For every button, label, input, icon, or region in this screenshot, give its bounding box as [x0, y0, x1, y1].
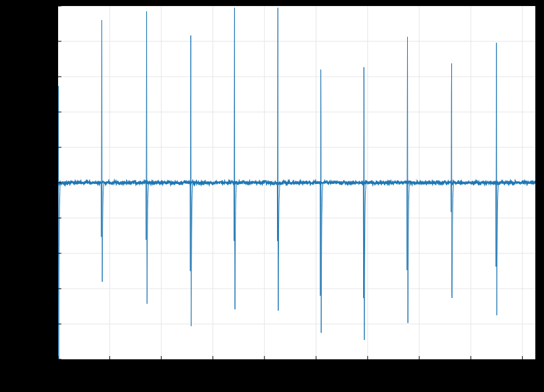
y-tick-label: -0.8 — [32, 317, 51, 329]
y-tick-labels: -1-0.8-0.6-0.4-0.200.20.40.60.81 — [32, 0, 51, 364]
y-tick-label: 0 — [45, 176, 51, 187]
y-tick-label: -0.2 — [32, 211, 51, 223]
y-tick-label: 0.6 — [36, 70, 51, 81]
y-tick-label: -0.6 — [32, 282, 51, 293]
y-axis-label: Amplitude — [13, 158, 25, 205]
x-tick-label: 8 — [467, 364, 473, 375]
x-tick-label: 2 — [158, 364, 164, 375]
plot-area — [57, 5, 536, 360]
x-tick-label: 5 — [312, 364, 318, 375]
y-tick-label: 0.4 — [36, 105, 51, 117]
x-tick-label: 9 — [519, 364, 525, 375]
y-tick-label: -0.4 — [32, 247, 51, 258]
x-tick-label: 1 — [106, 364, 112, 375]
x-tick-label: 7 — [416, 364, 422, 375]
x-tick-label: 3 — [209, 364, 215, 375]
x-tick-labels: 0123456789 — [55, 364, 525, 375]
y-tick-label: -1 — [41, 353, 51, 364]
x-tick-label: 0 — [55, 364, 61, 375]
x-axis-label: Time (seconds) — [260, 379, 333, 390]
figure: { "chart_data": { "type": "line", "title… — [0, 0, 544, 392]
x-tick-label: 4 — [261, 364, 267, 375]
y-tick-label: 0.8 — [36, 35, 51, 46]
y-tick-label: 0.2 — [36, 141, 51, 152]
x-tick-label: 6 — [364, 364, 370, 375]
y-tick-label: 1 — [45, 0, 51, 11]
